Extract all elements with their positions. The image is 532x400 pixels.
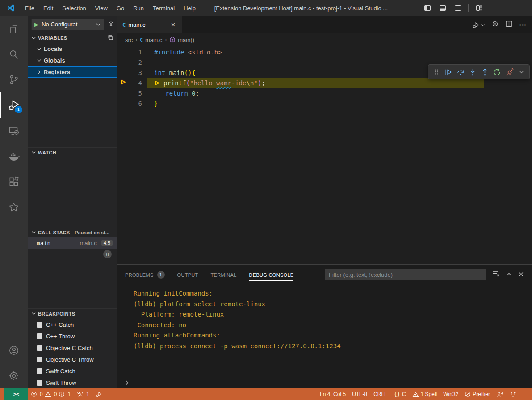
- variables-section-header[interactable]: VARIABLES: [28, 33, 117, 43]
- sidebar-item-explorer[interactable]: [0, 16, 28, 42]
- panel-tab-output[interactable]: OUTPUT: [177, 265, 198, 285]
- call-stack-section-header[interactable]: CALL STACK Paused on st...: [28, 227, 117, 237]
- chevron-down-icon[interactable]: [515, 66, 527, 78]
- sidebar-item-remote-explorer[interactable]: [0, 118, 28, 143]
- breakpoints-section-header[interactable]: BREAKPOINTS: [28, 308, 117, 319]
- notifications-button[interactable]: [507, 388, 519, 400]
- exception-breakpoint-row[interactable]: Swift Throw: [28, 377, 117, 388]
- menu-item-selection[interactable]: Selection: [58, 2, 90, 14]
- panel-tab-terminal[interactable]: TERMINAL: [211, 265, 237, 285]
- debug-console-output[interactable]: Running initCommands:(lldb) platform sel…: [117, 285, 532, 377]
- close-button[interactable]: [517, 0, 532, 16]
- checkbox[interactable]: [37, 368, 42, 374]
- exception-breakpoint-row[interactable]: Objective C Throw: [28, 354, 117, 365]
- tools-status[interactable]: 1: [74, 388, 92, 400]
- close-panel-icon[interactable]: [518, 271, 524, 279]
- variables-scope-registers[interactable]: Registers: [28, 66, 117, 78]
- menu-item-terminal[interactable]: Terminal: [148, 2, 179, 14]
- minimize-button[interactable]: [486, 0, 502, 16]
- feedback-button[interactable]: [493, 388, 507, 400]
- run-or-debug-button[interactable]: [472, 21, 485, 29]
- step-out-button[interactable]: [479, 66, 491, 78]
- activity-bar-spacer: [0, 220, 28, 338]
- platform-indicator[interactable]: Win32: [440, 388, 461, 400]
- exception-breakpoint-row[interactable]: Swift Catch: [28, 365, 117, 377]
- split-editor-icon[interactable]: [505, 20, 513, 29]
- checkbox[interactable]: [37, 380, 42, 386]
- formatter-status[interactable]: Prettier: [461, 388, 493, 400]
- remote-indicator[interactable]: ><: [4, 388, 28, 400]
- language-mode[interactable]: {} C: [390, 388, 409, 400]
- variables-scope-locals[interactable]: Locals: [28, 43, 117, 54]
- debug-console-filter-input[interactable]: [325, 269, 486, 280]
- disconnect-button[interactable]: [503, 66, 515, 78]
- copy-icon[interactable]: [107, 34, 113, 42]
- sidebar-item-docker[interactable]: [0, 143, 28, 169]
- code-editor[interactable]: 1 #include <stdio.h> 2 3 int main(){ 4 p…: [117, 46, 532, 264]
- restart-button[interactable]: [491, 66, 503, 78]
- sidebar-item-run-and-debug[interactable]: 1: [0, 92, 28, 118]
- drag-handle-icon[interactable]: [431, 66, 442, 78]
- cursor-position[interactable]: Ln 4, Col 5: [317, 388, 349, 400]
- watch-section-header[interactable]: WATCH: [28, 147, 117, 158]
- debug-status[interactable]: [92, 388, 106, 400]
- settings-gear-icon[interactable]: [491, 20, 499, 29]
- chevron-down-icon: [96, 22, 101, 27]
- encoding-indicator[interactable]: UTF-8: [349, 388, 370, 400]
- customize-layout-icon[interactable]: [471, 0, 486, 16]
- variables-scope-globals[interactable]: Globals: [28, 54, 117, 66]
- maximize-panel-icon[interactable]: [506, 271, 512, 279]
- debug-console-input[interactable]: [117, 377, 532, 388]
- breakpoints-list: C++ Catch C++ Throw Objective C Catch Ob…: [28, 319, 117, 388]
- menu-item-edit[interactable]: Edit: [39, 2, 58, 14]
- glyph-margin[interactable]: [117, 79, 130, 87]
- sidebar-item-extensions[interactable]: [0, 169, 28, 194]
- line-content: #include <stdio.h>: [154, 49, 222, 56]
- start-debug-icon[interactable]: ▶: [34, 21, 38, 28]
- call-stack-status: Paused on st...: [75, 230, 109, 235]
- sidebar-item-marketplace[interactable]: [0, 194, 28, 220]
- breadcrumb-item[interactable]: main(): [169, 37, 194, 43]
- breadcrumb-item[interactable]: Cmain.c: [140, 37, 162, 43]
- problems-status[interactable]: 0 0 1: [28, 388, 74, 400]
- breakpoint-label: C++ Throw: [46, 333, 75, 340]
- exception-breakpoint-row[interactable]: Objective C Catch: [28, 342, 117, 354]
- checkbox[interactable]: [37, 322, 42, 328]
- launch-configuration-dropdown[interactable]: ▶ No Configurat: [31, 19, 104, 30]
- sidebar-item-source-control[interactable]: [0, 67, 28, 92]
- menu-item-go[interactable]: Go: [112, 2, 129, 14]
- debug-settings-gear-icon[interactable]: [108, 21, 114, 29]
- spell-checker-status[interactable]: 1 Spell: [409, 388, 440, 400]
- problems-badge: 1: [157, 271, 165, 279]
- clear-console-icon[interactable]: [492, 270, 500, 279]
- step-over-button[interactable]: [455, 66, 466, 78]
- exception-breakpoint-row[interactable]: C++ Catch: [28, 319, 117, 330]
- close-tab-icon[interactable]: ✕: [169, 21, 177, 28]
- stack-frame-row[interactable]: main main.c 4:5: [28, 238, 117, 249]
- menu-item-view[interactable]: View: [91, 2, 112, 14]
- window-title: [Extension Development Host] main.c - te…: [182, 5, 420, 12]
- step-into-button[interactable]: [467, 66, 478, 78]
- toggle-secondary-sidebar-icon[interactable]: [450, 0, 465, 16]
- sidebar-item-search[interactable]: [0, 42, 28, 67]
- panel-tab-problems[interactable]: PROBLEMS 1: [125, 265, 165, 285]
- more-actions-icon[interactable]: ⋯: [519, 21, 527, 29]
- eol-indicator[interactable]: CRLF: [370, 388, 390, 400]
- circle-slash-icon: [465, 391, 471, 397]
- breadcrumb-item[interactable]: src: [125, 37, 133, 43]
- continue-button[interactable]: [443, 66, 454, 78]
- tab-main-c[interactable]: C main.c ✕: [117, 16, 182, 33]
- watch-title: WATCH: [38, 150, 56, 155]
- checkbox[interactable]: [37, 345, 42, 351]
- menu-item-run[interactable]: Run: [129, 2, 148, 14]
- accounts-button[interactable]: [0, 338, 28, 363]
- exception-breakpoint-row[interactable]: C++ Throw: [28, 330, 117, 342]
- toggle-sidebar-icon[interactable]: [420, 0, 435, 16]
- checkbox[interactable]: [37, 357, 42, 362]
- panel-tab-debug-console[interactable]: DEBUG CONSOLE: [249, 265, 294, 285]
- toggle-panel-icon[interactable]: [435, 0, 450, 16]
- checkbox[interactable]: [37, 333, 42, 339]
- maximize-button[interactable]: [502, 0, 517, 16]
- menu-item-file[interactable]: File: [21, 2, 39, 14]
- settings-button[interactable]: [0, 363, 28, 388]
